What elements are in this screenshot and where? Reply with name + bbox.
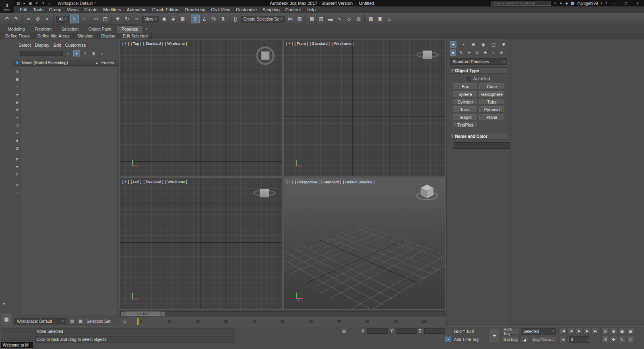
viewport-shading-label[interactable]: [ Wireframe ] [165, 179, 187, 184]
unlink-selection-icon[interactable]: ⊘ [33, 15, 42, 23]
chevron-down-icon[interactable]: ▾ [601, 2, 602, 5]
shapes-category-icon[interactable]: ✎ [458, 50, 464, 56]
pan-button[interactable]: ✚ [610, 336, 617, 343]
maximize-button[interactable]: □ [621, 1, 630, 6]
list-view-icon[interactable]: ▤ [68, 318, 76, 324]
define-flows-button[interactable]: Define Flows [2, 33, 34, 39]
teapot-button[interactable]: Teapot [453, 114, 478, 120]
detail-view-icon[interactable]: ▦ [77, 318, 84, 324]
cylinder-button[interactable]: Cylinder [453, 99, 478, 105]
mirror-icon[interactable]: ⋈ [286, 15, 295, 23]
workspace-dropdown[interactable]: Workspace: Default ▾ [56, 1, 97, 6]
lock-cell-editing-icon[interactable]: ▯ [14, 171, 20, 177]
explorer-object-list[interactable] [21, 66, 118, 316]
welcome-window-title[interactable]: Welcome to M [0, 342, 33, 349]
plane-button[interactable]: Plane [479, 114, 504, 120]
primitives-dropdown[interactable]: Standard Primitives ▾ [450, 58, 507, 65]
maximize-viewport-toggle[interactable]: ◱ [627, 336, 634, 343]
helpers-category-icon[interactable]: ✚ [482, 50, 488, 56]
minimize-button[interactable]: – [610, 1, 619, 6]
viewport-top[interactable]: [ + ] [ Top ] [ Standard ] [ Wireframe ]… [120, 39, 282, 176]
previous-frame-button[interactable]: ◀ [568, 328, 575, 334]
search-binoculars-icon[interactable]: ∞ [554, 1, 556, 5]
sync-selection-icon[interactable]: ⇄ [14, 156, 20, 162]
edit-selected-button[interactable]: Edit Selected [119, 33, 152, 39]
search-input[interactable] [491, 1, 551, 6]
display-lights-icon[interactable]: ☀ [14, 91, 20, 98]
snaps-toggle-3d-icon[interactable]: 3 [191, 15, 200, 23]
select-and-scale-icon[interactable]: ▱ [132, 15, 141, 23]
ribbon-config-chevron-icon[interactable]: ▾ [144, 27, 149, 33]
rectangular-selection-region-icon[interactable]: ▭ [92, 15, 101, 23]
display-geometry-icon[interactable]: ▣ [14, 76, 20, 82]
viewcube-cube[interactable] [261, 51, 270, 60]
display-xrefs-icon[interactable]: ⊞ [14, 130, 20, 136]
display-space-warps-icon[interactable]: ≈ [14, 114, 20, 120]
ribbon-tab-freeform[interactable]: Freeform [30, 26, 56, 33]
display-groups-icon[interactable]: ▢ [14, 122, 20, 128]
filter-toggle-icon[interactable]: ▼ [73, 50, 80, 56]
reference-coordinate-dropdown[interactable]: View ▾ [142, 16, 159, 23]
rendered-frame-window-icon[interactable]: ▣ [376, 15, 384, 23]
viewcube[interactable] [253, 184, 276, 202]
choose-columns-icon[interactable]: ⊞ [90, 50, 97, 56]
viewport-style-label[interactable]: [ Standard ] [310, 41, 330, 46]
undo-icon[interactable]: ↶ [2, 15, 11, 23]
utilities-tab-icon[interactable]: ✱ [500, 41, 507, 48]
filter-combinations-icon[interactable]: ▽ [14, 182, 20, 188]
menu-graph-editors[interactable]: Graph Editors [149, 7, 182, 12]
redo-icon[interactable]: ↷ [41, 1, 45, 5]
select-and-manipulate-icon[interactable]: ◈ [169, 15, 178, 23]
spinner-snap-icon[interactable]: ⇅ [219, 15, 227, 23]
menu-customize[interactable]: Customize [233, 7, 260, 12]
geosphere-button[interactable]: GeoSphere [479, 91, 504, 97]
menu-modifiers[interactable]: Modifiers [100, 7, 124, 12]
torus-button[interactable]: Torus [453, 106, 478, 112]
viewcube[interactable]: N S W E [254, 44, 277, 67]
pyramid-button[interactable]: Pyramid [479, 106, 504, 112]
new-folder-icon[interactable]: ▭ [14, 190, 20, 196]
previous-key-button[interactable]: ◀ [559, 336, 567, 343]
menu-civil-view[interactable]: Civil View [208, 7, 233, 12]
viewport-shading-label[interactable]: [ Wireframe ] [165, 41, 187, 46]
display-containers-icon[interactable]: ▤ [14, 145, 20, 151]
ribbon-tab-selection[interactable]: Selection [57, 26, 83, 33]
close-button[interactable]: × [633, 1, 642, 6]
display-influences-icon[interactable]: ◎ [14, 69, 20, 75]
display-tab-icon[interactable]: ▢ [490, 41, 497, 48]
username-label[interactable]: mjvogel999 [577, 1, 598, 6]
percent-snap-icon[interactable]: % [209, 15, 218, 23]
name-column-label[interactable]: Name (Sorted Ascending) [22, 60, 68, 65]
zoom-extents-button[interactable]: ▣ [618, 328, 626, 335]
time-slider-track[interactable]: < 0 / 100 > [120, 311, 445, 316]
absolute-mode-toggle[interactable]: ⊞ [341, 328, 347, 334]
curve-editor-icon[interactable]: ∿ [335, 15, 344, 23]
ribbon-tab-populate[interactable]: Populate [117, 25, 143, 33]
zoom-all-button[interactable]: ⊕ [610, 328, 617, 335]
lights-category-icon[interactable]: ☀ [466, 50, 472, 56]
viewport-pov-label[interactable]: [ Left ] [131, 179, 141, 184]
maxscript-mini-listener[interactable] [1, 335, 33, 341]
explorer-menu-select[interactable]: Select [18, 43, 32, 48]
create-tab-icon[interactable]: + [450, 41, 456, 48]
viewport-pov-label[interactable]: [ Perspective ] [295, 180, 319, 184]
compass-north-label[interactable]: N [264, 44, 266, 46]
align-icon[interactable]: ▥ [295, 15, 304, 23]
viewport-shading-label[interactable]: [ Default Shading ] [343, 180, 374, 184]
menu-rendering[interactable]: Rendering [182, 7, 208, 12]
auto-key-button[interactable]: Auto Key [502, 328, 520, 334]
edit-named-selection-sets-icon[interactable]: {} [231, 15, 240, 23]
select-by-name-icon[interactable]: ≡ [79, 15, 88, 23]
sphere-button[interactable]: Sphere [453, 91, 478, 97]
frozen-column-label[interactable]: Frozen [101, 60, 114, 65]
pin-explorer-icon[interactable]: ▼ [14, 164, 20, 170]
y-coordinate-field[interactable] [396, 328, 417, 334]
ribbon-tab-modeling[interactable]: Modeling [3, 26, 29, 33]
select-and-link-icon[interactable]: ∞ [24, 15, 33, 23]
modify-tab-icon[interactable]: ◔ [460, 41, 466, 48]
animation-set-dropdown[interactable]: Selected ▾ [521, 328, 556, 334]
menu-scripting[interactable]: Scripting [260, 7, 283, 12]
go-to-start-button[interactable]: |◀ [559, 328, 567, 334]
autogrid-checkbox[interactable] [467, 77, 471, 81]
viewcube[interactable] [416, 46, 439, 64]
